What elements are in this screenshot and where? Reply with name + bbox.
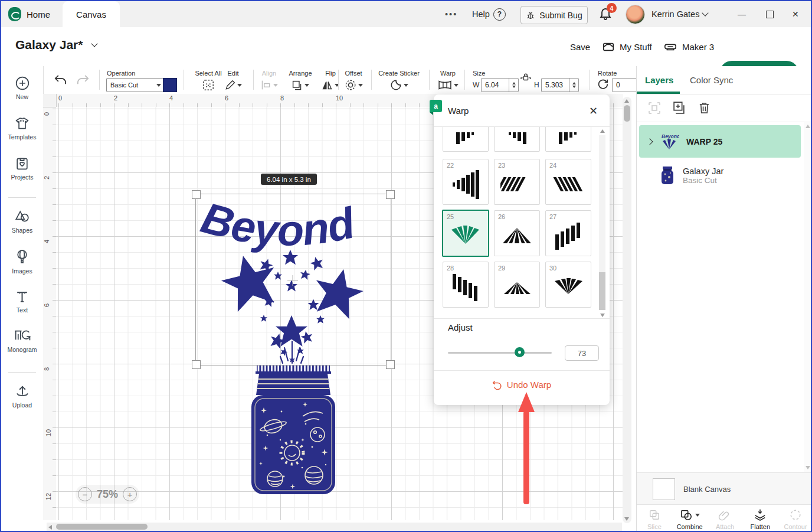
scroll-down-arrow[interactable] — [624, 517, 629, 521]
text-icon — [15, 289, 30, 304]
create-sticker-button[interactable]: Create Sticker — [375, 70, 423, 92]
undo-warp-button[interactable]: Undo Warp — [434, 380, 610, 390]
galaxy-jar-artwork[interactable] — [246, 364, 339, 495]
sidebar-item-monogram[interactable]: Monogram — [1, 328, 43, 353]
scroll-up-arrow[interactable] — [806, 125, 810, 128]
selection-handle[interactable] — [192, 190, 201, 199]
project-title[interactable]: Galaxy Jar* — [15, 38, 97, 52]
operation-select[interactable]: Basic Cut — [106, 78, 165, 92]
chevron-right-icon[interactable] — [646, 138, 653, 145]
warp-style-tile-30[interactable]: 30 — [545, 262, 591, 308]
sidebar-item-shapes[interactable]: Shapes — [1, 209, 43, 234]
warp-style-tile-23[interactable]: 23 — [494, 159, 540, 205]
warp-style-tile-29[interactable]: 29 — [494, 262, 540, 308]
maximize-button[interactable] — [766, 1, 774, 27]
flatten-button[interactable]: Flatten — [742, 505, 778, 532]
sidebar-item-text[interactable]: Text — [1, 289, 43, 314]
adjust-slider-track[interactable] — [448, 352, 552, 354]
close-button[interactable]: ✕ — [792, 1, 810, 27]
tab-color-sync[interactable]: Color Sync — [690, 66, 733, 93]
flip-button[interactable]: Flip — [318, 70, 343, 92]
warp-style-grid[interactable]: 22 23 24 25 — [434, 127, 610, 318]
warp-style-tile-24[interactable]: 24 — [545, 159, 591, 205]
align-button[interactable]: Align — [256, 70, 283, 92]
sidebar-item-new[interactable]: New — [1, 76, 43, 100]
warp-style-tile-25-selected[interactable]: 25 — [442, 210, 489, 257]
adjust-slider-thumb[interactable] — [515, 347, 525, 357]
scrollbar-thumb[interactable] — [56, 524, 148, 530]
scroll-up-arrow[interactable] — [600, 129, 605, 133]
duplicate-icon[interactable] — [672, 100, 687, 115]
vertical-scrollbar[interactable] — [623, 97, 631, 523]
zoom-out-button[interactable]: − — [78, 487, 92, 501]
warp-style-tile[interactable] — [443, 127, 489, 152]
layer-row-galaxy-jar[interactable]: Galaxy Jar Basic Cut — [639, 159, 801, 191]
more-menu-button[interactable]: ••• — [445, 1, 457, 27]
select-layers-icon[interactable] — [647, 101, 662, 115]
scrollbar-thumb[interactable] — [599, 272, 605, 310]
scroll-up-arrow[interactable] — [624, 99, 629, 103]
canvas-color-swatch[interactable] — [653, 478, 675, 500]
sidebar-item-upload[interactable]: Upload — [1, 384, 43, 409]
sidebar-label: Projects — [11, 174, 34, 181]
redo-button[interactable] — [76, 74, 90, 86]
tab-layers[interactable]: Layers — [645, 66, 673, 93]
selection-handle[interactable] — [386, 360, 395, 369]
warp-style-tile[interactable] — [494, 127, 540, 152]
color-swatch[interactable] — [163, 78, 177, 92]
scroll-down-arrow[interactable] — [600, 314, 605, 317]
close-icon[interactable]: ✕ — [589, 105, 598, 118]
zoom-in-button[interactable]: + — [123, 487, 137, 501]
offset-button[interactable]: Offset — [340, 70, 367, 92]
width-stepper[interactable] — [509, 79, 518, 92]
warp-style-22-icon — [449, 168, 482, 201]
sidebar-item-images[interactable]: Images — [1, 249, 43, 275]
help-button[interactable]: Help ? — [472, 1, 506, 27]
adjust-value-field[interactable]: 73 — [565, 345, 599, 361]
warp-button[interactable]: Warp — [433, 70, 463, 92]
my-stuff-button[interactable]: My Stuff — [602, 27, 652, 66]
selection-box[interactable] — [195, 194, 391, 365]
attach-button[interactable]: Attach — [708, 505, 743, 532]
layers-scrollbar[interactable] — [804, 122, 812, 472]
rotate-icon[interactable] — [597, 78, 608, 90]
avatar[interactable] — [626, 5, 645, 24]
submit-bug-button[interactable]: Submit Bug — [520, 6, 588, 24]
warp-style-tile-26[interactable]: 26 — [494, 210, 540, 256]
zoom-level: 75% — [97, 488, 118, 501]
edit-button[interactable]: Edit — [218, 70, 248, 92]
scroll-down-arrow[interactable] — [806, 466, 810, 469]
warp-grid-scrollbar[interactable] — [599, 135, 605, 310]
selection-handle[interactable] — [192, 360, 201, 369]
trash-icon[interactable] — [698, 100, 711, 115]
contour-button[interactable]: Contour — [778, 505, 812, 532]
combine-button[interactable]: Combine — [672, 505, 708, 532]
canvas-background-row[interactable]: Blank Canvas — [637, 472, 812, 505]
tab-canvas[interactable]: Canvas — [63, 1, 120, 27]
ruler-number: 0 — [58, 94, 62, 102]
minimize-button[interactable]: — — [738, 1, 755, 27]
layer-row-warp-25[interactable]: Beyond WARP 25 — [639, 125, 801, 158]
horizontal-scrollbar[interactable] — [47, 523, 622, 531]
scroll-left-arrow[interactable] — [48, 525, 52, 530]
slice-button[interactable]: Slice — [637, 505, 672, 532]
save-button[interactable]: Save — [570, 27, 590, 66]
tab-home[interactable]: Home — [8, 1, 50, 27]
height-field[interactable]: 5.303 — [541, 78, 579, 92]
width-field[interactable]: 6.04 — [481, 78, 519, 92]
warp-style-tile[interactable] — [545, 127, 591, 152]
warp-style-tile-22[interactable]: 22 — [443, 159, 489, 205]
selection-handle[interactable] — [386, 190, 395, 199]
machine-select[interactable]: Maker 3 — [663, 27, 714, 66]
arrange-button[interactable]: Arrange — [284, 70, 317, 92]
lock-icon[interactable] — [520, 72, 531, 82]
scrollbar-thumb[interactable] — [624, 105, 630, 122]
warp-style-tile-28[interactable]: 28 — [443, 262, 489, 308]
warp-style-tile-27[interactable]: 27 — [545, 210, 591, 256]
notifications-button[interactable]: 4 — [598, 7, 613, 21]
sidebar-item-projects[interactable]: Projects — [1, 156, 43, 181]
user-menu[interactable]: Kerrin Gates — [651, 1, 708, 27]
undo-button[interactable] — [54, 74, 67, 86]
height-stepper[interactable] — [569, 79, 578, 92]
sidebar-item-templates[interactable]: Templates — [1, 116, 43, 141]
